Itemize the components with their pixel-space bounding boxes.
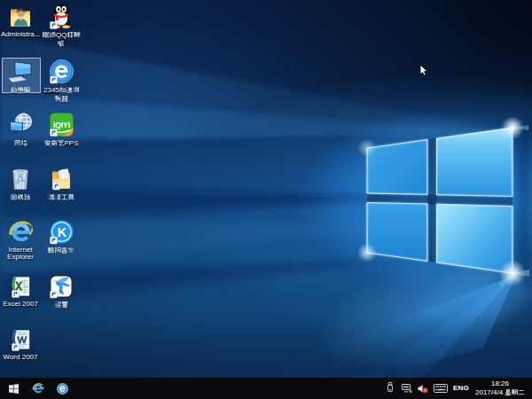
- svg-text:PPS: PPS: [65, 139, 79, 147]
- svg-text:iQIYI: iQIYI: [52, 121, 69, 129]
- svg-text:2017/4/4: 2017/4/4: [475, 388, 504, 396]
- svg-text:2345: 2345: [43, 86, 59, 94]
- svg-text:K: K: [57, 225, 66, 239]
- svg-text:QQ: QQ: [56, 31, 66, 39]
